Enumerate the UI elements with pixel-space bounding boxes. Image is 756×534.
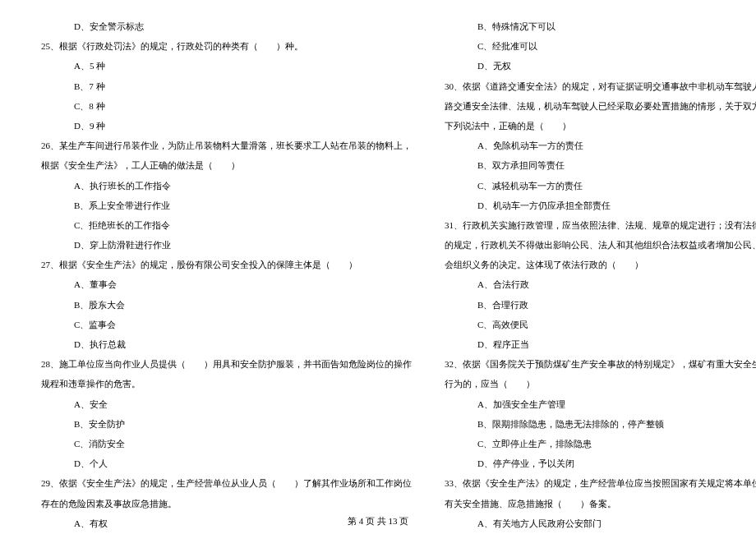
q28-option-d: D、个人: [41, 453, 412, 473]
q29-option-c: C、经批准可以: [445, 36, 756, 56]
q29-option-d: D、无权: [445, 56, 756, 76]
q31-line3: 会组织义务的决定。这体现了依法行政的（ ）: [445, 255, 756, 274]
q30-option-c: C、减轻机动车一方的责任: [445, 176, 756, 196]
left-column: D、安全警示标志 25、根据《行政处罚法》的规定，行政处罚的种类有（ ）种。 A…: [41, 16, 412, 533]
q26-option-d: D、穿上防滑鞋进行作业: [41, 235, 412, 255]
page-content: D、安全警示标志 25、根据《行政处罚法》的规定，行政处罚的种类有（ ）种。 A…: [0, 0, 756, 534]
q31-option-c: C、高效便民: [445, 315, 756, 334]
q26-line1: 26、某生产车间进行吊装作业，为防止吊装物料大量滑落，班长要求工人站在吊装的物料…: [41, 136, 412, 155]
q29-option-b: B、特殊情况下可以: [445, 16, 756, 36]
q33-line2: 有关安全措施、应急措施报（ ）备案。: [445, 494, 756, 513]
q30-option-b: B、双方承担同等责任: [445, 155, 756, 175]
q30-option-d: D、机动车一方仍应承担全部责任: [445, 196, 756, 215]
q25-option-a: A、5 种: [41, 56, 412, 76]
q25-option-c: C、8 种: [41, 96, 412, 116]
q28-option-c: C、消防安全: [41, 434, 412, 453]
q30-option-a: A、免除机动车一方的责任: [445, 136, 756, 155]
q28-option-a: A、安全: [41, 394, 412, 414]
q33-line1: 33、依据《安全生产法》的规定，生产经营单位应当按照国家有关规定将本单位重大危险…: [445, 473, 756, 493]
q27: 27、根据《安全生产法》的规定，股份有限公司安全投入的保障主体是（ ）: [41, 255, 412, 274]
q25-option-b: B、7 种: [41, 76, 412, 96]
right-column: B、特殊情况下可以 C、经批准可以 D、无权 30、依据《道路交通安全法》的规定…: [445, 16, 756, 533]
q31-line1: 31、行政机关实施行政管理，应当依照法律、法规、规章的规定进行；没有法律、法规、…: [445, 215, 756, 235]
q24-option-d: D、安全警示标志: [41, 16, 412, 36]
q29-line1: 29、依据《安全生产法》的规定，生产经营单位从业人员（ ）了解其作业场所和工作岗…: [41, 473, 412, 493]
q28-line1: 28、施工单位应当向作业人员提供（ ）用具和安全防护服装，并书面告知危险岗位的操…: [41, 354, 412, 374]
q25-option-d: D、9 种: [41, 116, 412, 136]
q31-option-b: B、合理行政: [445, 295, 756, 315]
q26-option-a: A、执行班长的工作指令: [41, 176, 412, 196]
q32-line2: 行为的，应当（ ）: [445, 374, 756, 394]
q27-option-d: D、执行总裁: [41, 334, 412, 354]
q28-option-b: B、安全防护: [41, 414, 412, 434]
q32-option-c: C、立即停止生产，排除隐患: [445, 434, 756, 453]
q25: 25、根据《行政处罚法》的规定，行政处罚的种类有（ ）种。: [41, 36, 412, 56]
q27-option-a: A、董事会: [41, 274, 412, 294]
q27-option-c: C、监事会: [41, 315, 412, 334]
q31-line2: 的规定，行政机关不得做出影响公民、法人和其他组织合法权益或者增加公民、法人和其他…: [445, 235, 756, 255]
q32-line1: 32、依据《国务院关于预防煤矿生产安全事故的特别规定》，煤矿有重大安全生产隐患和…: [445, 354, 756, 374]
q31-option-d: D、程序正当: [445, 334, 756, 354]
q26-option-b: B、系上安全带进行作业: [41, 196, 412, 215]
q29-line2: 存在的危险因素及事故应急措施。: [41, 494, 412, 513]
page-footer: 第 4 页 共 13 页: [0, 515, 756, 527]
q30-line3: 下列说法中，正确的是（ ）: [445, 116, 756, 136]
q32-option-d: D、停产停业，予以关闭: [445, 453, 756, 473]
q30-line2: 路交通安全法律、法规，机动车驾驶人已经采取必要处置措施的情形，关于双方责任的承担…: [445, 96, 756, 116]
q28-line2: 规程和违章操作的危害。: [41, 374, 412, 394]
q32-option-b: B、限期排除隐患，隐患无法排除的，停产整顿: [445, 414, 756, 434]
q31-option-a: A、合法行政: [445, 274, 756, 294]
q27-option-b: B、股东大会: [41, 295, 412, 315]
q32-option-a: A、加强安全生产管理: [445, 394, 756, 414]
q30-line1: 30、依据《道路交通安全法》的规定，对有证据证明交通事故中非机动车驾驶人、行人违…: [445, 76, 756, 96]
q26-option-c: C、拒绝班长的工作指令: [41, 215, 412, 235]
q26-line2: 根据《安全生产法》，工人正确的做法是（ ）: [41, 155, 412, 175]
